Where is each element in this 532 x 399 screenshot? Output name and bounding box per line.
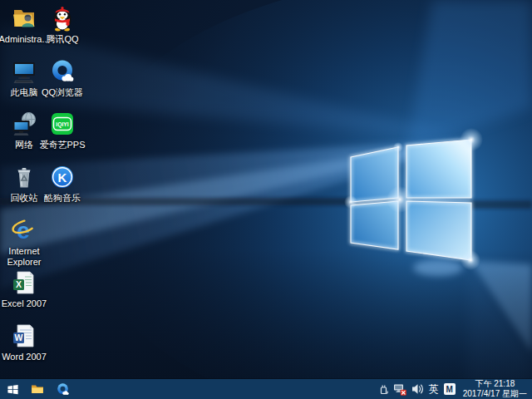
svg-text:X: X xyxy=(16,279,22,289)
svg-text:iQIYI: iQIYI xyxy=(56,121,69,128)
kugou-icon: K xyxy=(49,164,76,190)
start-button[interactable] xyxy=(0,379,25,399)
excel-icon: X xyxy=(11,269,37,296)
desktop-icon-label: Word 2007 xyxy=(2,352,47,362)
system-tray: 英 M 下午 21:18 2017/4/17 星期一 xyxy=(379,379,532,399)
taskbar: 英 M 下午 21:18 2017/4/17 星期一 xyxy=(0,379,532,399)
desktop-icon-qq-browser[interactable]: QQ浏览器 xyxy=(38,58,86,98)
folder-icon xyxy=(31,383,44,395)
desktop-icon-label: 此电脑 xyxy=(11,87,38,98)
svg-text:K: K xyxy=(58,170,67,185)
qq-penguin-icon xyxy=(49,5,76,32)
safely-remove-hardware-icon[interactable] xyxy=(379,379,388,399)
taskbar-qq-browser-button[interactable] xyxy=(50,379,75,399)
desktop-icon-tencent-qq[interactable]: 腾讯QQ xyxy=(38,5,86,45)
word-icon: W xyxy=(11,323,37,349)
volume-icon[interactable] xyxy=(411,379,424,399)
desktop-icon-kugou-music[interactable]: K 酷狗音乐 xyxy=(38,164,86,204)
computer-monitor-icon xyxy=(11,58,37,85)
desktop-icon-label: 腾讯QQ xyxy=(46,34,78,45)
desktop-icon-label: QQ浏览器 xyxy=(42,87,83,98)
taskbar-file-explorer-button[interactable] xyxy=(25,379,50,399)
taskbar-clock[interactable]: 下午 21:18 2017/4/17 星期一 xyxy=(461,379,530,399)
ime-mode-badge[interactable]: M xyxy=(444,379,456,399)
user-folder-icon xyxy=(11,5,37,32)
qq-browser-icon xyxy=(49,58,76,85)
desktop-icon-internet-explorer[interactable]: e Internet Explorer xyxy=(0,217,48,268)
desktop-icon-iqiyi-pps[interactable]: iQIYI 爱奇艺PPS xyxy=(38,111,86,150)
clock-time: 下午 21:18 xyxy=(463,379,527,389)
svg-text:W: W xyxy=(15,332,23,342)
desktop-icon-word-2007[interactable]: W Word 2007 xyxy=(0,323,48,362)
desktop-icon-label: 酷狗音乐 xyxy=(44,193,81,204)
ime-mode-letter: M xyxy=(444,383,456,395)
qq-browser-icon xyxy=(56,382,70,397)
windows-logo-icon xyxy=(7,383,19,396)
internet-explorer-icon: e xyxy=(11,217,37,244)
desktop-icon-label: Excel 2007 xyxy=(2,298,47,309)
desktop-icon-label: 回收站 xyxy=(11,193,38,204)
recycle-bin-icon xyxy=(11,164,37,190)
desktop-icon-label: 网络 xyxy=(15,140,33,150)
desktop-icon-excel-2007[interactable]: X Excel 2007 xyxy=(0,269,48,309)
iqiyi-icon: iQIYI xyxy=(49,111,76,137)
clock-date: 2017/4/17 星期一 xyxy=(463,389,527,399)
desktop-icon-label: 爱奇艺PPS xyxy=(39,140,85,150)
taskbar-left xyxy=(0,379,75,399)
network-disconnected-icon[interactable] xyxy=(393,379,406,399)
network-globe-icon xyxy=(11,111,37,137)
desktop-icon-label: Internet Explorer xyxy=(0,246,48,268)
ime-language-indicator[interactable]: 英 xyxy=(429,379,439,399)
